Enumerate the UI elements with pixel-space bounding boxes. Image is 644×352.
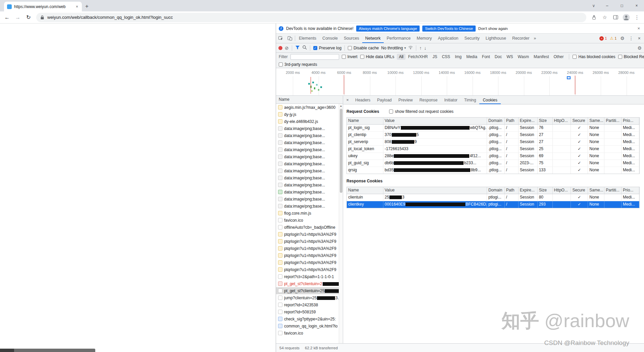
export-har-icon[interactable]: ↓ (424, 46, 426, 50)
request-row[interactable]: data:image/png;base... (276, 181, 339, 188)
new-tab-button[interactable]: + (85, 3, 89, 9)
filter-chip-img[interactable]: Img (453, 54, 464, 60)
request-row[interactable]: ptqrlogin?u1=https%3A%2F9 (276, 266, 339, 273)
record-button[interactable] (278, 46, 282, 50)
request-row[interactable]: data:image/png;base... (276, 146, 339, 153)
reload-button[interactable]: ↻ (24, 13, 33, 22)
address-bar[interactable]: weiyun.com/web/callback/common_qq_login_… (36, 13, 586, 22)
search-icon[interactable] (302, 45, 307, 51)
window-minimize-button[interactable]: – (600, 0, 614, 11)
filter-chip-media[interactable]: Media (464, 54, 479, 60)
dont-show-again-button[interactable]: Don't show again (478, 27, 508, 31)
request-row[interactable]: data:image/png;base... (276, 203, 339, 210)
error-badge[interactable]: × 1 (599, 36, 607, 41)
cookie-row-pt_login_sig[interactable]: pt_login_sigDBNAvYwbQTAg....ptlog.../Ses… (347, 125, 639, 132)
request-row[interactable]: dy-jy.js (276, 111, 339, 118)
cookie-row-uikey[interactable]: uikey288e4f12....ptlog.../Session69✓None… (347, 153, 639, 160)
request-row[interactable]: report?id=2423538 (276, 301, 339, 308)
column-header[interactable]: Secure (571, 187, 588, 194)
network-overview-timeline[interactable]: 2000 ms4000 ms6000 ms8000 ms10000 ms1200… (276, 68, 644, 96)
devtools-settings-icon[interactable]: ⚙ (620, 36, 625, 41)
devtools-tab-performance[interactable]: Performance (384, 34, 414, 43)
column-header[interactable]: Size (538, 118, 553, 124)
column-header[interactable]: Expire... (519, 187, 538, 194)
more-tabs-icon[interactable]: » (532, 34, 537, 43)
blocked-requests-checkbox[interactable]: Blocked Requests (618, 54, 644, 59)
device-toolbar-icon[interactable] (285, 34, 294, 43)
scroll-up-icon[interactable]: ▲ (339, 104, 343, 108)
devtools-menu-icon[interactable]: ⋮ (628, 36, 634, 41)
inspect-element-icon[interactable] (276, 34, 285, 43)
detail-tab-timing[interactable]: Timing (461, 96, 480, 104)
request-row[interactable]: favicon.ico (276, 329, 339, 337)
filter-chip-manifest[interactable]: Manifest (532, 54, 551, 60)
cookie-row-qrsig[interactable]: qrsigbd358b9....ptlog.../Session133✓None… (347, 167, 639, 174)
filter-chip-ws[interactable]: WS (504, 54, 515, 60)
column-header[interactable]: Same... (588, 187, 604, 194)
request-row[interactable]: data:image/png;base... (276, 195, 339, 203)
filter-funnel-icon[interactable] (295, 45, 300, 51)
detail-close-icon[interactable]: × (343, 96, 352, 104)
switch-devtools-chinese-button[interactable]: Switch DevTools to Chinese (422, 26, 476, 32)
column-header[interactable]: Value (383, 118, 487, 124)
preserve-log-checkbox[interactable]: Preserve log (313, 46, 341, 50)
column-header[interactable]: Partiti... (604, 187, 622, 194)
detail-tab-preview[interactable]: Preview (395, 96, 416, 104)
column-header[interactable]: Name (347, 118, 383, 124)
cookie-row-clientkey[interactable]: clientkey0001640E9BFCB426D...ptlogi.../S… (347, 201, 639, 208)
window-maximize-button[interactable]: □ (614, 0, 629, 11)
window-close-button[interactable]: × (629, 0, 644, 11)
request-row[interactable]: ptqrlogin?u1=https%3A%2F9 (276, 245, 339, 252)
network-conditions-icon[interactable] (408, 46, 413, 50)
column-header[interactable]: Secure (571, 118, 588, 124)
browser-menu-icon[interactable]: ⋮ (633, 13, 641, 22)
filter-chip-wasm[interactable]: Wasm (516, 54, 531, 60)
devtools-tab-network[interactable]: Network (362, 34, 384, 43)
column-header[interactable]: Path (505, 118, 519, 124)
share-icon[interactable] (590, 13, 598, 22)
column-header[interactable]: Domain (487, 118, 505, 124)
clear-icon[interactable]: ⊘ (285, 46, 289, 50)
request-row[interactable]: ptqrlogin?u1=https%3A%2F9 (276, 231, 339, 238)
cookie-row-pt_serverip[interactable]: pt_serverip8089.ptlog.../Session27✓NoneM… (347, 139, 639, 146)
devtools-tab-memory[interactable]: Memory (414, 34, 435, 43)
infobar-close-icon[interactable]: × (636, 26, 641, 31)
back-button[interactable]: ← (3, 13, 11, 22)
detail-tab-response[interactable]: Response (416, 96, 441, 104)
devtools-tab-lighthouse[interactable]: Lighthouse (483, 34, 509, 43)
detail-tab-initiator[interactable]: Initiator (441, 96, 461, 104)
request-row[interactable]: data:image/png;base... (276, 132, 339, 139)
devtools-close-icon[interactable]: × (637, 36, 641, 41)
column-header[interactable]: HttpO... (553, 187, 571, 194)
third-party-checkbox[interactable]: 3rd-party requests (279, 62, 317, 67)
devtools-tab-security[interactable]: Security (462, 34, 483, 43)
request-row[interactable]: ptqrlogin?u1=https%3A%2F9 (276, 252, 339, 259)
request-row[interactable]: data:image/png;base... (276, 160, 339, 167)
request-list-scrollbar[interactable]: ▲ (339, 104, 343, 343)
bookmark-star-icon[interactable]: ☆ (600, 13, 609, 22)
network-settings-icon[interactable]: ⚙ (637, 46, 642, 50)
detail-tab-cookies[interactable]: Cookies (479, 96, 500, 104)
column-header[interactable]: Prio... (622, 118, 639, 124)
column-header[interactable]: Prio... (622, 187, 639, 194)
request-row[interactable]: data:image/png;base... (276, 167, 339, 174)
hide-data-urls-checkbox[interactable]: Hide data URLs (360, 54, 394, 59)
column-header[interactable]: HttpO... (553, 118, 571, 124)
throttling-dropdown[interactable]: No throttling ▾ (381, 46, 406, 50)
column-header[interactable]: Path (505, 187, 519, 194)
request-row[interactable]: dy-ele.d469b432.js (276, 118, 339, 125)
request-row[interactable]: data:image/png;base... (276, 188, 339, 195)
column-header[interactable]: Value (383, 187, 487, 194)
request-row[interactable]: common_qq_login_ok.html?lo (276, 322, 339, 329)
request-row[interactable]: data:image/png;base... (276, 139, 339, 146)
import-har-icon[interactable]: ↑ (419, 46, 422, 50)
devtools-tab-sources[interactable]: Sources (341, 34, 362, 43)
filter-chip-all[interactable]: All (397, 54, 405, 60)
filter-chip-fetch-xhr[interactable]: Fetch/XHR (406, 54, 430, 60)
column-header[interactable]: Domain (487, 187, 505, 194)
request-row[interactable]: data:image/png;base... (276, 174, 339, 181)
detail-tab-payload[interactable]: Payload (374, 96, 395, 104)
column-header[interactable]: Same... (588, 118, 604, 124)
filter-chip-doc[interactable]: Doc (493, 54, 504, 60)
side-panel-icon[interactable] (611, 13, 620, 22)
